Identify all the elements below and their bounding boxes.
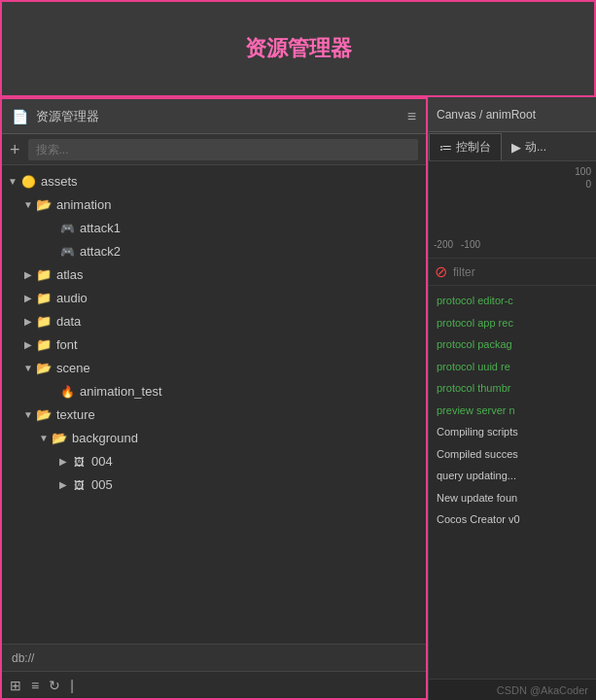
tree-item-scene[interactable]: scene (2, 356, 426, 379)
list-view-button[interactable]: ≡ (31, 678, 39, 693)
log-entry[interactable]: protocol uuid re (429, 356, 596, 378)
separator: | (70, 678, 74, 693)
folder-icon-atlas (35, 266, 53, 282)
img-icon-004 (70, 453, 88, 469)
arrow-005 (56, 479, 70, 490)
log-entry[interactable]: protocol editor-c (429, 290, 596, 312)
panel-header: 📄 资源管理器 ≡ (2, 99, 426, 134)
log-entry[interactable]: protocol app rec (429, 312, 596, 334)
log-entry[interactable]: protocol packag (429, 333, 596, 356)
credit-text: CSDN @AkaCoder (497, 684, 588, 696)
folder-icon-texture (35, 406, 53, 422)
panel-header-icon: 📄 (12, 109, 28, 124)
refresh-button[interactable]: ↻ (49, 678, 60, 693)
right-header: Canvas / animRoot (429, 97, 596, 132)
panel-title: 资源管理器 (36, 108, 99, 125)
scene-icon-animation-test (58, 383, 76, 399)
log-entry-cocos[interactable]: Cocos Creator v0 (429, 508, 596, 531)
arrow-assets (6, 176, 19, 187)
arrow-data (21, 316, 35, 327)
toolbar: + (2, 134, 426, 165)
tree-item-assets[interactable]: assets (2, 169, 426, 192)
log-area: protocol editor-c protocol app rec proto… (429, 286, 596, 679)
axis-label-100: -100 (461, 239, 480, 250)
tree-item-attack1[interactable]: attack1 (2, 216, 426, 239)
folder-icon-animation (35, 196, 53, 212)
graph-area: 100 0 -200 -100 (429, 161, 596, 259)
tree-item-audio[interactable]: audio (2, 286, 426, 309)
log-entry[interactable]: protocol thumbr (429, 377, 596, 400)
anim-tab-label: 动... (525, 139, 546, 156)
atlas-label: atlas (56, 267, 83, 282)
tree-item-background[interactable]: background (2, 426, 426, 449)
tree-item-005[interactable]: 005 (2, 472, 426, 496)
panel-header-left: 📄 资源管理器 (12, 108, 99, 125)
tree-item-004[interactable]: 004 (2, 449, 426, 472)
arrow-font (21, 339, 35, 350)
add-button[interactable]: + (10, 141, 20, 158)
arrow-animation (21, 199, 35, 210)
folder-icon-font (35, 336, 53, 352)
tree-item-data[interactable]: data (2, 309, 426, 332)
filter-clear-button[interactable]: ⊘ (435, 262, 447, 281)
arrow-audio (21, 293, 35, 303)
arrow-texture (21, 409, 35, 420)
tab-console[interactable]: ≔ 控制台 (429, 133, 502, 160)
texture-label: texture (56, 407, 95, 422)
filter-input[interactable] (453, 265, 596, 279)
right-panel: Canvas / animRoot ≔ 控制台 ▶ 动... 100 0 -20… (428, 97, 596, 700)
graph-label-0: 0 (575, 179, 591, 190)
tree-item-animation-test[interactable]: animation_test (2, 379, 426, 402)
label-005: 005 (91, 477, 113, 492)
anim-tab-icon: ▶ (511, 140, 521, 155)
graph-labels: 100 0 (575, 166, 591, 190)
assets-label: assets (41, 174, 78, 189)
label-004: 004 (91, 454, 113, 469)
status-bar: db:// (2, 644, 426, 671)
log-entry-query[interactable]: query updating... (429, 465, 596, 487)
folder-icon-audio (35, 290, 53, 305)
page-title: 资源管理器 (245, 34, 352, 63)
search-input[interactable] (28, 139, 418, 160)
log-entry-compiled[interactable]: Compiled succes (429, 443, 596, 466)
tree-item-font[interactable]: font (2, 332, 426, 356)
log-entry-compiling[interactable]: Compiling scripts (429, 421, 596, 443)
scene-label: scene (56, 361, 90, 375)
folder-icon-scene (35, 360, 53, 375)
animation-test-label: animation_test (80, 384, 162, 399)
filter-area: ⊘ (429, 259, 596, 286)
attack1-label: attack1 (80, 221, 121, 235)
panel-menu-button[interactable]: ≡ (407, 108, 416, 125)
anim-icon-attack1 (58, 220, 76, 235)
tab-animation[interactable]: ▶ 动... (502, 133, 556, 160)
grid-view-button[interactable]: ⊞ (10, 678, 21, 693)
folder-icon-background (51, 430, 68, 445)
anim-icon-attack2 (58, 243, 76, 259)
tree-area: assets animation attack1 attack2 (2, 165, 426, 644)
attack2-label: attack2 (80, 244, 121, 259)
log-entry[interactable]: preview server n (429, 400, 596, 422)
folder-icon-data (35, 313, 53, 329)
arrow-background (37, 433, 51, 443)
audio-label: audio (56, 291, 88, 305)
tree-item-attack2[interactable]: attack2 (2, 239, 426, 262)
axis-label-200: -200 (434, 239, 453, 250)
tree-item-atlas[interactable]: atlas (2, 262, 426, 286)
breadcrumb: Canvas / animRoot (437, 108, 536, 122)
tree-item-texture[interactable]: texture (2, 402, 426, 426)
console-tab-label: 控制台 (456, 139, 491, 156)
background-label: background (72, 431, 138, 445)
img-icon-005 (70, 476, 88, 492)
main-layout: 📄 资源管理器 ≡ + assets animation (0, 97, 596, 700)
title-bar: 资源管理器 (0, 0, 596, 97)
arrow-atlas (21, 269, 35, 280)
log-entry-update[interactable]: New update foun (429, 487, 596, 509)
animation-label: animation (56, 197, 111, 212)
font-label: font (56, 337, 78, 352)
db-path: db:// (12, 651, 34, 665)
tree-item-animation[interactable]: animation (2, 192, 426, 216)
arrow-scene (21, 363, 35, 373)
console-tab-icon: ≔ (439, 140, 452, 155)
right-tabs: ≔ 控制台 ▶ 动... (429, 132, 596, 161)
assets-icon (19, 173, 37, 189)
